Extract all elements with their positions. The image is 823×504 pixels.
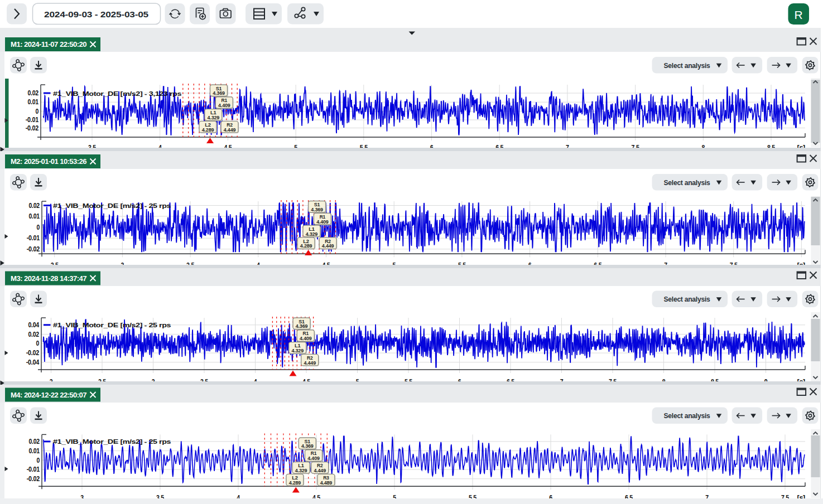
svg-text:4.489: 4.489	[320, 480, 333, 486]
svg-text:4.369: 4.369	[311, 207, 323, 212]
svg-text:4.449: 4.449	[224, 127, 236, 133]
svg-text:-0.02: -0.02	[26, 349, 40, 357]
svg-text:M4: 2024-12-22 22:50:07: M4: 2024-12-22 22:50:07	[11, 391, 87, 399]
svg-text:4.329: 4.329	[306, 231, 318, 237]
svg-text:M1: 2024-11-07 22:50:20: M1: 2024-11-07 22:50:20	[11, 41, 87, 49]
svg-text:4.369: 4.369	[213, 90, 225, 96]
svg-text:0.01: 0.01	[28, 212, 40, 220]
svg-text:0.02: 0.02	[27, 89, 38, 97]
svg-text:Select analysis: Select analysis	[664, 178, 710, 187]
svg-text:4.449: 4.449	[322, 243, 334, 249]
svg-text:4.329: 4.329	[291, 348, 304, 353]
svg-text:4.449: 4.449	[304, 360, 316, 366]
svg-text:2024-09-03 - 2025-03-05: 2024-09-03 - 2025-03-05	[44, 9, 149, 19]
svg-text:Select analysis: Select analysis	[664, 61, 710, 70]
svg-text:4.409: 4.409	[218, 103, 230, 108]
svg-text:-0.01: -0.01	[27, 466, 40, 473]
svg-text:0: 0	[36, 340, 39, 347]
svg-text:M3: 2024-11-28 14:37:47: M3: 2024-11-28 14:37:47	[11, 275, 87, 283]
svg-text:4.289: 4.289	[202, 127, 214, 133]
svg-text:0: 0	[35, 108, 38, 115]
svg-text:R: R	[794, 8, 802, 21]
svg-text:-0.02: -0.02	[26, 124, 39, 132]
svg-text:M2: 2025-01-01 10:53:26: M2: 2025-01-01 10:53:26	[11, 158, 87, 166]
svg-text:4.409: 4.409	[300, 336, 312, 341]
svg-text:4.449: 4.449	[314, 468, 326, 473]
svg-text:4.369: 4.369	[301, 443, 314, 449]
svg-text:0: 0	[36, 224, 40, 231]
svg-text:-0.04: -0.04	[26, 358, 40, 366]
svg-text:-0.01: -0.01	[26, 116, 39, 124]
svg-text:Select analysis: Select analysis	[664, 295, 710, 303]
svg-text:4.289: 4.289	[300, 243, 312, 249]
svg-text:-0.02: -0.02	[27, 475, 40, 483]
svg-text:Select analysis: Select analysis	[664, 411, 710, 420]
svg-text:4.409: 4.409	[316, 219, 329, 225]
svg-text:4.289: 4.289	[289, 480, 301, 486]
svg-text:4.329: 4.329	[295, 468, 307, 473]
svg-text:0.04: 0.04	[28, 321, 39, 329]
svg-text:#1_VIB_Motor_DE [m/s2] - 25 rp: #1_VIB_Motor_DE [m/s2] - 25 rps	[53, 438, 171, 445]
svg-text:0.02: 0.02	[28, 331, 39, 338]
svg-text:#1_VIB_Motor_DE [m/s2] - 25 rp: #1_VIB_Motor_DE [m/s2] - 25 rps	[53, 202, 171, 209]
svg-text:#1_VIB_Motor_DE [m/s2] - 25 rp: #1_VIB_Motor_DE [m/s2] - 25 rps	[53, 321, 171, 328]
svg-text:-0.02: -0.02	[27, 245, 40, 253]
svg-text:-0.01: -0.01	[27, 234, 40, 242]
svg-text:0: 0	[36, 457, 40, 464]
svg-text:0.01: 0.01	[27, 98, 38, 106]
svg-text:0.01: 0.01	[28, 447, 40, 455]
svg-text:4.369: 4.369	[296, 323, 308, 329]
svg-text:0.02: 0.02	[28, 438, 40, 445]
svg-text:4.329: 4.329	[208, 115, 220, 120]
svg-text:0.02: 0.02	[28, 202, 40, 210]
svg-text:4.409: 4.409	[307, 455, 320, 461]
svg-text:#1_VIB_Motor_DE [m/s2] - 3,123: #1_VIB_Motor_DE [m/s2] - 3,123 rps	[53, 90, 181, 97]
